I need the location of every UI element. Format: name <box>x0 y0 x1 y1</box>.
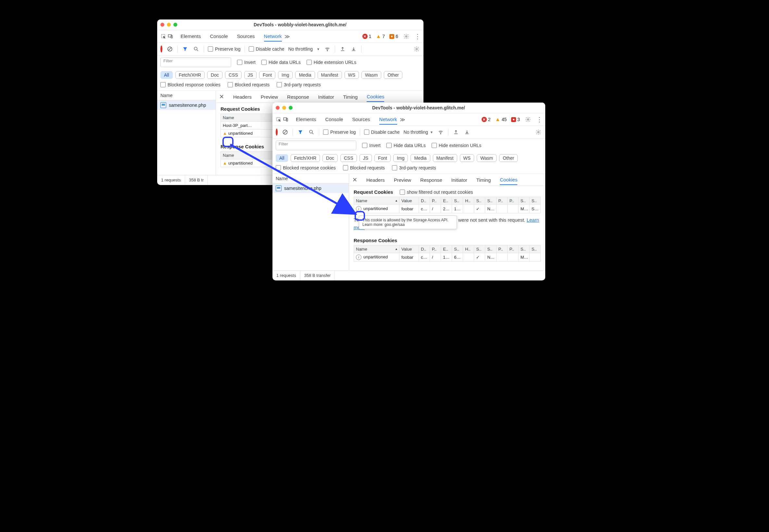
wifi-icon[interactable] <box>437 129 444 136</box>
chip-font[interactable]: Font <box>374 154 391 162</box>
detail-tab-response[interactable]: Response <box>420 175 442 185</box>
blocked-requests-checkbox[interactable]: Blocked requests <box>228 82 269 87</box>
detail-tab-cookies[interactable]: Cookies <box>500 175 517 185</box>
chip-manifest[interactable]: Manifest <box>317 71 342 79</box>
tab-console[interactable]: Console <box>325 115 343 124</box>
tab-elements[interactable]: Elements <box>296 115 316 124</box>
chip-all[interactable]: All <box>276 154 288 162</box>
inspect-icon[interactable] <box>275 116 282 123</box>
filter-icon[interactable] <box>181 45 189 53</box>
clear-icon[interactable] <box>166 45 173 53</box>
chip-fetch[interactable]: Fetch/XHR <box>291 154 320 162</box>
network-settings-icon[interactable] <box>535 129 542 136</box>
chip-js[interactable]: JS <box>244 71 256 79</box>
throttling-select[interactable]: No throttling <box>288 46 313 52</box>
gear-icon[interactable] <box>525 116 532 123</box>
detail-tab-cookies[interactable]: Cookies <box>366 92 384 102</box>
blocked-resp-cookies-checkbox[interactable]: Blocked response cookies <box>276 165 336 170</box>
warning-count[interactable]: ▲45 <box>495 117 507 122</box>
close-detail-icon[interactable]: ✕ <box>219 93 224 100</box>
request-list-header[interactable]: Name <box>272 174 349 183</box>
inspect-icon[interactable] <box>160 33 167 40</box>
window-close-button[interactable] <box>276 106 279 110</box>
record-button[interactable] <box>160 46 162 52</box>
chip-other[interactable]: Other <box>499 154 518 162</box>
device-toolbar-icon[interactable] <box>167 33 174 40</box>
tab-console[interactable]: Console <box>210 31 228 41</box>
cookie-row[interactable]: iunpartitioned foobar c…/1…6…✓N…M… <box>354 253 541 262</box>
record-button[interactable] <box>276 130 278 135</box>
error-count[interactable]: ✕1 <box>362 34 371 39</box>
detail-tab-headers[interactable]: Headers <box>366 175 385 185</box>
chip-other[interactable]: Other <box>384 71 403 79</box>
wifi-icon[interactable] <box>324 45 331 53</box>
disable-cache-checkbox[interactable]: Disable cache <box>249 46 284 52</box>
filter-input[interactable]: Filter <box>276 141 356 150</box>
window-close-button[interactable] <box>160 23 164 27</box>
window-zoom-button[interactable] <box>289 106 292 110</box>
chip-wasm[interactable]: Wasm <box>361 71 381 79</box>
chip-ws[interactable]: WS <box>344 71 359 79</box>
chip-img[interactable]: Img <box>393 154 408 162</box>
window-zoom-button[interactable] <box>173 23 177 27</box>
tab-network[interactable]: Network <box>379 115 397 125</box>
chip-img[interactable]: Img <box>278 71 292 79</box>
tab-network[interactable]: Network <box>264 31 282 42</box>
upload-icon[interactable] <box>453 129 460 136</box>
detail-tab-timing[interactable]: Timing <box>343 92 357 102</box>
hide-data-urls-checkbox[interactable]: Hide data URLs <box>261 60 301 65</box>
blocked-resp-cookies-checkbox[interactable]: Blocked response cookies <box>160 82 220 87</box>
detail-tab-response[interactable]: Response <box>287 92 309 102</box>
detail-tab-headers[interactable]: Headers <box>233 92 252 102</box>
throttling-select[interactable]: No throttling▼ <box>404 130 433 135</box>
more-menu-icon[interactable]: ⋮ <box>415 32 421 40</box>
col-value[interactable]: Value <box>400 197 419 205</box>
detail-tab-initiator[interactable]: Initiator <box>452 175 467 185</box>
request-list-header[interactable]: Name <box>157 91 216 100</box>
chip-css[interactable]: CSS <box>225 71 242 79</box>
third-party-checkbox[interactable]: 3rd-party requests <box>392 165 436 170</box>
chip-manifest[interactable]: Manifest <box>433 154 457 162</box>
network-settings-icon[interactable] <box>413 45 420 53</box>
window-minimize-button[interactable] <box>167 23 171 27</box>
preserve-log-checkbox[interactable]: Preserve log <box>323 130 356 135</box>
detail-tab-timing[interactable]: Timing <box>477 175 491 185</box>
throttling-dropdown-icon[interactable]: ▼ <box>316 47 320 51</box>
more-tabs-icon[interactable]: ≫ <box>400 117 405 123</box>
chip-all[interactable]: All <box>160 71 173 79</box>
more-tabs-icon[interactable]: ≫ <box>284 33 290 40</box>
tab-elements[interactable]: Elements <box>180 31 201 41</box>
chip-css[interactable]: CSS <box>340 154 357 162</box>
issue-count[interactable]: ■6 <box>390 34 398 39</box>
chip-media[interactable]: Media <box>411 154 430 162</box>
error-count[interactable]: ✕2 <box>482 117 491 122</box>
chip-js[interactable]: JS <box>359 154 372 162</box>
device-toolbar-icon[interactable] <box>282 116 289 123</box>
tab-sources[interactable]: Sources <box>237 31 255 41</box>
request-row[interactable]: samesitenone.php <box>157 100 216 110</box>
detail-tab-preview[interactable]: Preview <box>394 175 411 185</box>
search-icon[interactable] <box>192 45 200 53</box>
download-icon[interactable] <box>350 45 357 53</box>
warning-count[interactable]: ▲7 <box>376 34 385 39</box>
invert-checkbox[interactable]: Invert <box>362 143 380 148</box>
detail-tab-initiator[interactable]: Initiator <box>318 92 334 102</box>
close-detail-icon[interactable]: ✕ <box>352 176 357 183</box>
filter-icon[interactable] <box>297 129 304 136</box>
hide-ext-urls-checkbox[interactable]: Hide extension URLs <box>306 60 356 65</box>
chip-wasm[interactable]: Wasm <box>477 154 497 162</box>
search-icon[interactable] <box>308 129 315 136</box>
blocked-requests-checkbox[interactable]: Blocked requests <box>343 165 385 170</box>
third-party-checkbox[interactable]: 3rd-party requests <box>277 82 321 87</box>
more-menu-icon[interactable]: ⋮ <box>536 116 543 123</box>
gear-icon[interactable] <box>403 33 410 40</box>
preserve-log-checkbox[interactable]: Preserve log <box>208 46 241 52</box>
chip-ws[interactable]: WS <box>460 154 475 162</box>
issue-count[interactable]: ■3 <box>511 117 520 122</box>
download-icon[interactable] <box>464 129 471 136</box>
chip-fetch[interactable]: Fetch/XHR <box>175 71 205 79</box>
disable-cache-checkbox[interactable]: Disable cache <box>364 130 400 135</box>
show-filtered-checkbox[interactable]: show filtered out request cookies <box>400 190 473 195</box>
upload-icon[interactable] <box>339 45 346 53</box>
request-row[interactable]: samesitenone.php <box>272 183 349 193</box>
